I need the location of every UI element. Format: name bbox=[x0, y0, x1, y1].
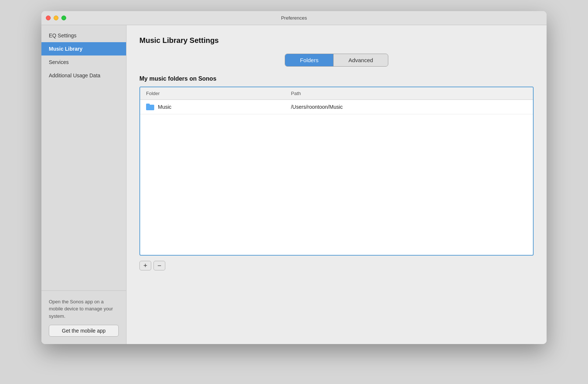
close-button[interactable] bbox=[46, 16, 51, 20]
preferences-window: Preferences EQ Settings Music Library Se… bbox=[41, 11, 547, 344]
action-buttons: + − bbox=[139, 261, 534, 270]
table-header-row: Folder Path bbox=[140, 87, 533, 100]
tab-switcher: Folders Advanced bbox=[139, 54, 534, 67]
sidebar-footer: Open the Sonos app on a mobile device to… bbox=[41, 290, 126, 344]
folders-table-wrapper: Folder Path Music /User bbox=[139, 87, 534, 256]
window-title: Preferences bbox=[281, 15, 307, 21]
sidebar-nav: EQ Settings Music Library Services Addit… bbox=[41, 25, 126, 290]
col-header-path: Path bbox=[285, 87, 533, 100]
path-cell: /Users/roontoon/Music bbox=[285, 100, 533, 114]
sidebar: EQ Settings Music Library Services Addit… bbox=[41, 25, 126, 344]
folders-section-header: My music folders on Sonos bbox=[139, 75, 534, 82]
titlebar: Preferences bbox=[41, 11, 547, 25]
folder-icon bbox=[146, 104, 154, 110]
sidebar-item-music-library[interactable]: Music Library bbox=[41, 42, 126, 55]
sidebar-footer-text: Open the Sonos app on a mobile device to… bbox=[49, 298, 119, 320]
tab-folders[interactable]: Folders bbox=[285, 54, 334, 66]
sidebar-item-services[interactable]: Services bbox=[41, 55, 126, 69]
section-title: Music Library Settings bbox=[139, 36, 534, 45]
tab-advanced[interactable]: Advanced bbox=[334, 54, 388, 66]
main-panel: Music Library Settings Folders Advanced … bbox=[126, 25, 547, 344]
add-folder-button[interactable]: + bbox=[139, 261, 151, 270]
col-header-folder: Folder bbox=[140, 87, 285, 100]
traffic-lights bbox=[46, 16, 66, 20]
sidebar-item-eq-settings[interactable]: EQ Settings bbox=[41, 29, 126, 42]
remove-folder-button[interactable]: − bbox=[153, 261, 165, 270]
folder-cell: Music bbox=[140, 100, 285, 114]
folder-name: Music bbox=[158, 104, 172, 110]
content-area: EQ Settings Music Library Services Addit… bbox=[41, 25, 547, 344]
folders-table: Folder Path Music /User bbox=[140, 87, 533, 255]
mobile-app-button[interactable]: Get the mobile app bbox=[49, 325, 119, 337]
minimize-button[interactable] bbox=[54, 16, 58, 20]
tab-group: Folders Advanced bbox=[285, 54, 388, 67]
table-row[interactable]: Music /Users/roontoon/Music bbox=[140, 100, 533, 114]
maximize-button[interactable] bbox=[61, 16, 66, 20]
empty-rows bbox=[140, 114, 533, 255]
sidebar-item-additional-usage-data[interactable]: Additional Usage Data bbox=[41, 69, 126, 82]
